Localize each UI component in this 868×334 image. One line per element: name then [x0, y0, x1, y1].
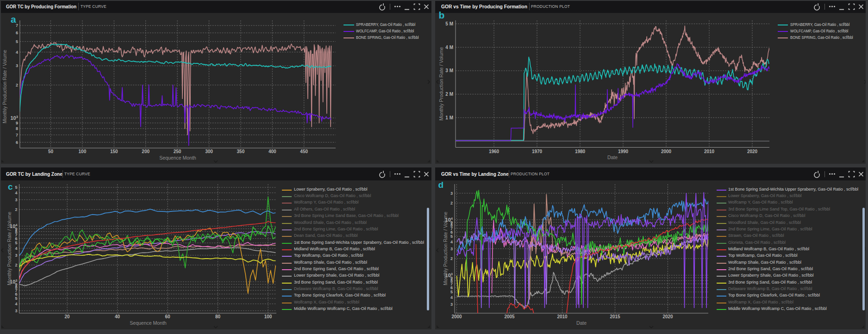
- svg-text:6: 6: [16, 31, 18, 35]
- svg-text:7: 7: [16, 133, 18, 137]
- svg-text:20: 20: [65, 314, 70, 319]
- svg-text:40: 40: [115, 314, 120, 319]
- svg-text:Sequence Month: Sequence Month: [130, 320, 167, 326]
- svg-text:2000: 2000: [451, 314, 462, 319]
- svg-text:3 M: 3 M: [445, 68, 453, 73]
- svg-text:Date: Date: [607, 155, 618, 160]
- svg-text:1970: 1970: [532, 149, 543, 154]
- svg-text:100: 100: [264, 314, 272, 319]
- svg-text:Monthly Production Rate / Volu: Monthly Production Rate / Volume: [6, 211, 12, 285]
- svg-text:2: 2: [16, 83, 18, 87]
- svg-text:6: 6: [16, 140, 18, 145]
- svg-text:103: 103: [10, 115, 18, 121]
- svg-text:6: 6: [15, 236, 17, 241]
- svg-text:60: 60: [165, 314, 171, 319]
- svg-text:Monthly Production Rate / Volu: Monthly Production Rate / Volume: [438, 47, 444, 120]
- svg-text:2020: 2020: [662, 314, 673, 319]
- svg-text:1990: 1990: [618, 149, 629, 154]
- svg-text:2 M: 2 M: [445, 92, 453, 97]
- svg-text:450: 450: [300, 149, 308, 154]
- svg-text:3: 3: [16, 63, 18, 68]
- svg-text:4: 4: [15, 302, 17, 306]
- svg-text:2020: 2020: [747, 149, 758, 154]
- svg-text:250: 250: [174, 149, 181, 154]
- svg-text:2: 2: [15, 207, 17, 212]
- svg-text:3: 3: [15, 309, 17, 313]
- svg-text:4: 4: [450, 240, 453, 244]
- svg-text:5: 5: [450, 290, 453, 294]
- svg-text:200: 200: [142, 149, 150, 154]
- svg-text:1980: 1980: [575, 149, 586, 154]
- svg-text:4: 4: [15, 191, 17, 195]
- svg-text:9: 9: [16, 121, 18, 125]
- svg-text:5: 5: [15, 241, 17, 245]
- svg-text:6: 6: [450, 285, 453, 290]
- svg-text:5: 5: [15, 296, 17, 301]
- svg-text:5 M: 5 M: [445, 21, 453, 26]
- svg-text:5: 5: [16, 39, 18, 44]
- svg-text:5: 5: [15, 185, 17, 190]
- svg-text:50: 50: [48, 149, 54, 154]
- svg-text:3: 3: [15, 198, 17, 202]
- svg-text:2: 2: [15, 263, 17, 267]
- svg-text:2: 2: [450, 201, 453, 205]
- svg-text:2015: 2015: [610, 314, 620, 319]
- svg-text:8: 8: [16, 126, 18, 131]
- svg-text:6: 6: [15, 292, 17, 297]
- svg-text:4: 4: [450, 295, 453, 300]
- svg-text:80: 80: [215, 314, 221, 319]
- svg-text:150: 150: [110, 149, 118, 154]
- svg-text:300: 300: [205, 149, 213, 154]
- svg-text:6: 6: [450, 230, 453, 235]
- svg-text:3: 3: [15, 253, 17, 258]
- svg-text:5: 5: [450, 234, 453, 239]
- svg-text:1 M: 1 M: [445, 115, 453, 120]
- svg-text:2005: 2005: [504, 314, 515, 319]
- svg-text:4: 4: [16, 50, 18, 55]
- svg-text:4 M: 4 M: [445, 45, 453, 50]
- svg-text:3: 3: [450, 302, 453, 307]
- svg-text:3: 3: [450, 247, 453, 251]
- svg-text:350: 350: [237, 149, 245, 154]
- svg-text:Monthly Production Rate / Volu: Monthly Production Rate / Volume: [2, 49, 7, 123]
- svg-text:2010: 2010: [704, 149, 715, 154]
- svg-text:100: 100: [79, 149, 87, 154]
- svg-text:2: 2: [450, 256, 453, 261]
- svg-text:Monthly Production Rate / Volu: Monthly Production Rate / Volume: [443, 211, 448, 285]
- svg-text:4: 4: [15, 246, 17, 251]
- svg-text:1960: 1960: [489, 149, 500, 154]
- svg-text:Date: Date: [576, 320, 587, 326]
- svg-text:3: 3: [450, 191, 453, 196]
- svg-text:400: 400: [269, 149, 276, 154]
- svg-text:2000: 2000: [661, 149, 672, 154]
- svg-text:Sequence Month: Sequence Month: [159, 155, 196, 161]
- svg-text:2010: 2010: [557, 314, 568, 319]
